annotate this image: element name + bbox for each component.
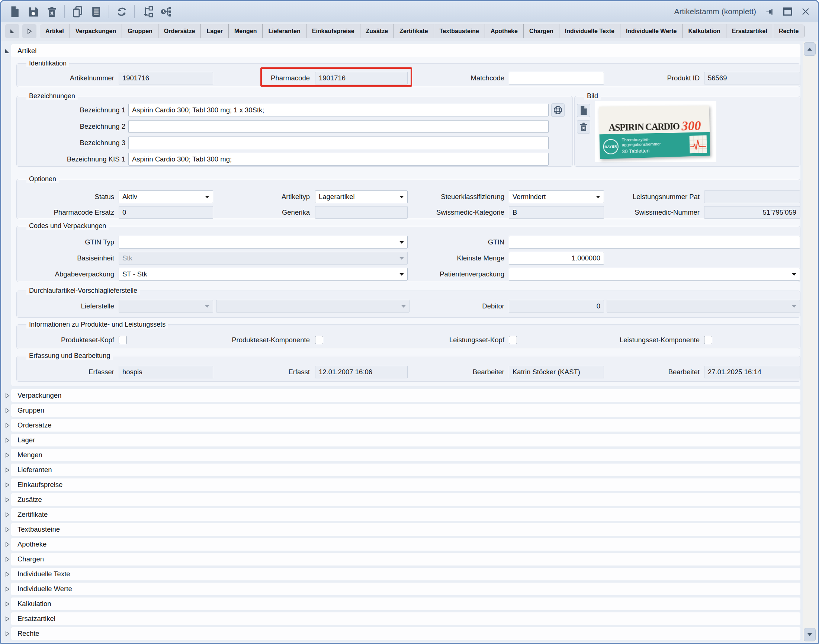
section-row[interactable]: Chargen	[4, 553, 801, 566]
expander-collapsed-icon[interactable]	[4, 538, 11, 550]
section-row[interactable]: Zusätze	[4, 493, 801, 506]
tab[interactable]: Verpackungen	[70, 24, 122, 38]
expander-expanded-icon[interactable]	[4, 44, 11, 57]
scroll-up-button[interactable]	[804, 42, 816, 56]
product-structure-button[interactable]	[158, 4, 173, 19]
section-row[interactable]: Individuelle Werte	[4, 583, 801, 595]
section-bar[interactable]: Individuelle Texte	[11, 568, 801, 580]
expander-collapsed-icon[interactable]	[4, 434, 11, 446]
tab[interactable]: Einkaufspreise	[306, 24, 360, 38]
section-bar[interactable]: Ersatzartikel	[11, 612, 801, 625]
section-row[interactable]: Mengen	[4, 449, 801, 462]
produkteset-komponente-checkbox[interactable]	[315, 336, 323, 344]
section-bar[interactable]: Apotheke	[11, 538, 801, 550]
tab[interactable]: Mengen	[229, 24, 263, 38]
section-artikel-bar[interactable]: Artikel	[11, 44, 801, 57]
section-bar[interactable]: Verpackungen	[11, 389, 801, 402]
expander-collapsed-icon[interactable]	[4, 478, 11, 491]
section-bar[interactable]: Zertifikate	[11, 508, 801, 521]
expander-collapsed-icon[interactable]	[4, 419, 11, 432]
hierarchy-button[interactable]	[140, 4, 155, 19]
section-row[interactable]: Lager	[4, 434, 801, 446]
expander-collapsed-icon[interactable]	[4, 612, 11, 625]
section-bar[interactable]: Zusätze	[11, 493, 801, 506]
tab[interactable]: Apotheke	[485, 24, 524, 38]
section-row[interactable]: Ordersätze	[4, 419, 801, 432]
tab[interactable]: Textbausteine	[434, 24, 485, 38]
expander-collapsed-icon[interactable]	[4, 404, 11, 417]
bezeichnung-kis1-input[interactable]: Aspirin Cardio 300; Tabl 300 mg;	[128, 153, 549, 166]
section-artikel-header[interactable]: Artikel	[4, 44, 801, 57]
patientenverpackung-select[interactable]	[509, 268, 800, 281]
tab[interactable]: Ersatzartikel	[726, 24, 773, 38]
translate-button[interactable]	[551, 103, 565, 117]
gtin-typ-select[interactable]	[119, 236, 408, 248]
expander-collapsed-icon[interactable]	[4, 553, 11, 566]
section-row[interactable]: Zertifikate	[4, 508, 801, 521]
expander-collapsed-icon[interactable]	[4, 568, 11, 580]
image-add-button[interactable]	[577, 104, 590, 117]
delete-record-button[interactable]	[44, 4, 59, 19]
new-record-button[interactable]	[7, 4, 22, 19]
tab-nav-forward-button[interactable]	[22, 24, 37, 38]
expander-collapsed-icon[interactable]	[4, 449, 11, 462]
section-bar[interactable]: Rechte	[11, 627, 801, 640]
expander-collapsed-icon[interactable]	[4, 508, 11, 521]
section-bar[interactable]: Lieferanten	[11, 463, 801, 476]
tab-nav-back-button[interactable]	[5, 24, 19, 38]
section-row[interactable]: Rechte	[4, 627, 801, 640]
section-row[interactable]: Verpackungen	[4, 389, 801, 402]
section-row[interactable]: Gruppen	[4, 404, 801, 417]
section-bar[interactable]: Kalkulation	[11, 598, 801, 610]
bezeichnung3-input[interactable]	[128, 136, 549, 149]
expander-collapsed-icon[interactable]	[4, 523, 11, 536]
tab[interactable]: Rechte	[773, 24, 805, 38]
expander-collapsed-icon[interactable]	[4, 463, 11, 476]
report-list-button[interactable]	[89, 4, 103, 19]
bezeichnung2-input[interactable]	[128, 120, 549, 133]
expander-collapsed-icon[interactable]	[4, 583, 11, 595]
section-row[interactable]: Ersatzartikel	[4, 612, 801, 625]
tab[interactable]: Kalkulation	[683, 24, 726, 38]
section-row[interactable]: Apotheke	[4, 538, 801, 550]
leistungsset-komponente-checkbox[interactable]	[704, 336, 712, 344]
section-bar[interactable]: Gruppen	[11, 404, 801, 417]
tab[interactable]: Lieferanten	[263, 24, 306, 38]
tab[interactable]: Zusätze	[360, 24, 394, 38]
section-bar[interactable]: Textbausteine	[11, 523, 801, 536]
tab[interactable]: Gruppen	[122, 24, 158, 38]
bezeichnung1-input[interactable]: Aspirin Cardio 300; Tabl 300 mg; 1 x 30S…	[128, 104, 549, 117]
expander-collapsed-icon[interactable]	[4, 598, 11, 610]
section-row[interactable]: Einkaufspreise	[4, 478, 801, 491]
section-bar[interactable]: Mengen	[11, 449, 801, 462]
tab[interactable]: Individuelle Texte	[559, 24, 620, 38]
tab[interactable]: Artikel	[40, 24, 70, 38]
section-row[interactable]: Lieferanten	[4, 463, 801, 476]
maximize-button[interactable]	[781, 5, 794, 18]
section-bar[interactable]: Ordersätze	[11, 419, 801, 432]
section-row[interactable]: Textbausteine	[4, 523, 801, 536]
vertical-scrollbar[interactable]	[803, 42, 817, 642]
expander-collapsed-icon[interactable]	[4, 389, 11, 402]
gtin-input[interactable]	[509, 236, 800, 248]
abgabeverpackung-select[interactable]: ST - Stk	[119, 268, 408, 281]
section-bar[interactable]: Chargen	[11, 553, 801, 566]
tab[interactable]: Chargen	[524, 24, 559, 38]
kleinste-menge-input[interactable]: 1.000000	[509, 252, 604, 265]
refresh-button[interactable]	[114, 4, 129, 19]
save-button[interactable]	[26, 4, 41, 19]
section-row[interactable]: Individuelle Texte	[4, 568, 801, 580]
scroll-down-button[interactable]	[804, 628, 816, 641]
tab[interactable]: Ordersätze	[158, 24, 201, 38]
produkteset-kopf-checkbox[interactable]	[119, 336, 127, 344]
section-bar[interactable]: Individuelle Werte	[11, 583, 801, 595]
close-button[interactable]	[799, 5, 812, 18]
section-bar[interactable]: Lager	[11, 434, 801, 446]
image-delete-button[interactable]	[577, 120, 590, 133]
expander-collapsed-icon[interactable]	[4, 627, 11, 640]
tab[interactable]: Individuelle Werte	[620, 24, 683, 38]
leistungsset-kopf-checkbox[interactable]	[509, 336, 517, 344]
copy-button[interactable]	[70, 4, 85, 19]
section-bar[interactable]: Einkaufspreise	[11, 478, 801, 491]
tab[interactable]: Lager	[201, 24, 229, 38]
